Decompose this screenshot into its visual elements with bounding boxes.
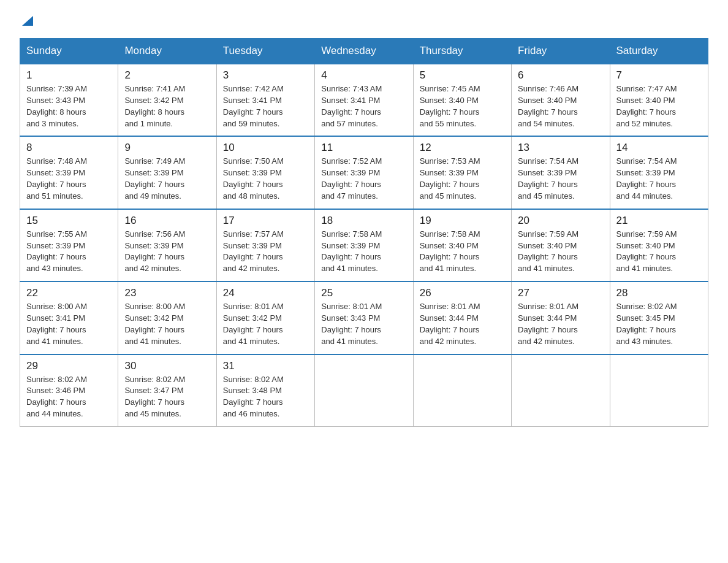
day-number: 29 bbox=[26, 360, 112, 372]
page-header bbox=[20, 15, 708, 27]
day-number: 12 bbox=[420, 142, 505, 154]
day-number: 1 bbox=[26, 69, 112, 82]
day-number: 6 bbox=[518, 69, 603, 82]
day-number: 27 bbox=[518, 287, 603, 299]
day-info: Sunrise: 8:01 AMSunset: 3:43 PMDaylight:… bbox=[321, 301, 406, 347]
day-number: 28 bbox=[616, 287, 702, 299]
calendar-day-cell: 27Sunrise: 8:01 AMSunset: 3:44 PMDayligh… bbox=[512, 282, 610, 354]
day-info: Sunrise: 7:46 AMSunset: 3:40 PMDaylight:… bbox=[518, 83, 603, 129]
day-info: Sunrise: 8:00 AMSunset: 3:41 PMDaylight:… bbox=[26, 301, 112, 347]
day-info: Sunrise: 8:02 AMSunset: 3:46 PMDaylight:… bbox=[26, 374, 112, 420]
calendar-day-cell bbox=[315, 354, 413, 427]
calendar-day-cell: 7Sunrise: 7:47 AMSunset: 3:40 PMDaylight… bbox=[610, 64, 708, 136]
day-number: 30 bbox=[124, 360, 210, 372]
week-row-5: 29Sunrise: 8:02 AMSunset: 3:46 PMDayligh… bbox=[20, 354, 708, 427]
calendar-day-cell: 21Sunrise: 7:59 AMSunset: 3:40 PMDayligh… bbox=[610, 209, 708, 282]
day-number: 7 bbox=[616, 69, 702, 82]
calendar-table: SundayMondayTuesdayWednesdayThursdayFrid… bbox=[20, 38, 708, 427]
day-number: 5 bbox=[420, 69, 505, 82]
svg-marker-0 bbox=[22, 16, 33, 26]
day-info: Sunrise: 7:47 AMSunset: 3:40 PMDaylight:… bbox=[616, 83, 702, 129]
calendar-day-cell: 1Sunrise: 7:39 AMSunset: 3:43 PMDaylight… bbox=[20, 64, 118, 136]
day-info: Sunrise: 8:02 AMSunset: 3:47 PMDaylight:… bbox=[124, 374, 210, 420]
weekday-header-thursday: Thursday bbox=[413, 39, 511, 64]
day-number: 24 bbox=[223, 287, 308, 299]
day-info: Sunrise: 7:59 AMSunset: 3:40 PMDaylight:… bbox=[518, 229, 603, 275]
day-number: 10 bbox=[223, 142, 308, 154]
calendar-day-cell: 8Sunrise: 7:48 AMSunset: 3:39 PMDaylight… bbox=[20, 136, 118, 209]
day-info: Sunrise: 7:45 AMSunset: 3:40 PMDaylight:… bbox=[420, 83, 505, 129]
day-info: Sunrise: 8:02 AMSunset: 3:45 PMDaylight:… bbox=[616, 301, 702, 347]
calendar-day-cell: 30Sunrise: 8:02 AMSunset: 3:47 PMDayligh… bbox=[118, 354, 216, 427]
day-info: Sunrise: 7:57 AMSunset: 3:39 PMDaylight:… bbox=[223, 229, 308, 275]
calendar-day-cell: 26Sunrise: 8:01 AMSunset: 3:44 PMDayligh… bbox=[413, 282, 511, 354]
day-number: 26 bbox=[420, 287, 505, 299]
day-number: 31 bbox=[223, 360, 308, 372]
day-info: Sunrise: 7:55 AMSunset: 3:39 PMDaylight:… bbox=[26, 229, 112, 275]
day-info: Sunrise: 7:54 AMSunset: 3:39 PMDaylight:… bbox=[616, 156, 702, 202]
day-info: Sunrise: 7:49 AMSunset: 3:39 PMDaylight:… bbox=[124, 156, 210, 202]
day-info: Sunrise: 7:41 AMSunset: 3:42 PMDaylight:… bbox=[124, 83, 210, 129]
day-info: Sunrise: 8:02 AMSunset: 3:48 PMDaylight:… bbox=[223, 374, 308, 420]
calendar-day-cell: 12Sunrise: 7:53 AMSunset: 3:39 PMDayligh… bbox=[413, 136, 511, 209]
day-number: 4 bbox=[321, 69, 406, 82]
day-info: Sunrise: 7:42 AMSunset: 3:41 PMDaylight:… bbox=[223, 83, 308, 129]
day-number: 25 bbox=[321, 287, 406, 299]
weekday-header-tuesday: Tuesday bbox=[216, 39, 314, 64]
day-number: 3 bbox=[223, 69, 308, 82]
week-row-2: 8Sunrise: 7:48 AMSunset: 3:39 PMDaylight… bbox=[20, 136, 708, 209]
day-number: 17 bbox=[223, 215, 308, 227]
day-info: Sunrise: 7:52 AMSunset: 3:39 PMDaylight:… bbox=[321, 156, 406, 202]
calendar-day-cell: 25Sunrise: 8:01 AMSunset: 3:43 PMDayligh… bbox=[315, 282, 413, 354]
day-info: Sunrise: 8:00 AMSunset: 3:42 PMDaylight:… bbox=[124, 301, 210, 347]
day-info: Sunrise: 7:59 AMSunset: 3:40 PMDaylight:… bbox=[616, 229, 702, 275]
calendar-day-cell: 4Sunrise: 7:43 AMSunset: 3:41 PMDaylight… bbox=[315, 64, 413, 136]
day-number: 11 bbox=[321, 142, 406, 154]
calendar-day-cell: 22Sunrise: 8:00 AMSunset: 3:41 PMDayligh… bbox=[20, 282, 118, 354]
calendar-day-cell: 16Sunrise: 7:56 AMSunset: 3:39 PMDayligh… bbox=[118, 209, 216, 282]
week-row-1: 1Sunrise: 7:39 AMSunset: 3:43 PMDaylight… bbox=[20, 64, 708, 136]
calendar-day-cell: 10Sunrise: 7:50 AMSunset: 3:39 PMDayligh… bbox=[216, 136, 314, 209]
logo-triangle-icon bbox=[21, 15, 34, 28]
day-number: 18 bbox=[321, 215, 406, 227]
day-info: Sunrise: 7:43 AMSunset: 3:41 PMDaylight:… bbox=[321, 83, 406, 129]
weekday-header-row: SundayMondayTuesdayWednesdayThursdayFrid… bbox=[20, 39, 708, 64]
day-info: Sunrise: 8:01 AMSunset: 3:44 PMDaylight:… bbox=[518, 301, 603, 347]
day-number: 15 bbox=[26, 215, 112, 227]
day-number: 22 bbox=[26, 287, 112, 299]
calendar-day-cell bbox=[610, 354, 708, 427]
day-number: 19 bbox=[420, 215, 505, 227]
day-info: Sunrise: 7:53 AMSunset: 3:39 PMDaylight:… bbox=[420, 156, 505, 202]
logo bbox=[20, 15, 34, 27]
calendar-day-cell: 17Sunrise: 7:57 AMSunset: 3:39 PMDayligh… bbox=[216, 209, 314, 282]
day-number: 21 bbox=[616, 215, 702, 227]
weekday-header-monday: Monday bbox=[118, 39, 216, 64]
week-row-4: 22Sunrise: 8:00 AMSunset: 3:41 PMDayligh… bbox=[20, 282, 708, 354]
day-number: 8 bbox=[26, 142, 112, 154]
day-info: Sunrise: 7:50 AMSunset: 3:39 PMDaylight:… bbox=[223, 156, 308, 202]
calendar-day-cell bbox=[413, 354, 511, 427]
day-info: Sunrise: 7:58 AMSunset: 3:40 PMDaylight:… bbox=[420, 229, 505, 275]
calendar-day-cell: 28Sunrise: 8:02 AMSunset: 3:45 PMDayligh… bbox=[610, 282, 708, 354]
day-info: Sunrise: 7:48 AMSunset: 3:39 PMDaylight:… bbox=[26, 156, 112, 202]
weekday-header-saturday: Saturday bbox=[610, 39, 708, 64]
calendar-day-cell: 29Sunrise: 8:02 AMSunset: 3:46 PMDayligh… bbox=[20, 354, 118, 427]
day-number: 16 bbox=[124, 215, 210, 227]
calendar-day-cell: 5Sunrise: 7:45 AMSunset: 3:40 PMDaylight… bbox=[413, 64, 511, 136]
calendar-day-cell: 14Sunrise: 7:54 AMSunset: 3:39 PMDayligh… bbox=[610, 136, 708, 209]
day-number: 14 bbox=[616, 142, 702, 154]
day-info: Sunrise: 7:58 AMSunset: 3:39 PMDaylight:… bbox=[321, 229, 406, 275]
calendar-day-cell: 6Sunrise: 7:46 AMSunset: 3:40 PMDaylight… bbox=[512, 64, 610, 136]
day-info: Sunrise: 8:01 AMSunset: 3:42 PMDaylight:… bbox=[223, 301, 308, 347]
calendar-day-cell bbox=[512, 354, 610, 427]
calendar-day-cell: 19Sunrise: 7:58 AMSunset: 3:40 PMDayligh… bbox=[413, 209, 511, 282]
day-number: 20 bbox=[518, 215, 603, 227]
day-number: 9 bbox=[124, 142, 210, 154]
calendar-day-cell: 2Sunrise: 7:41 AMSunset: 3:42 PMDaylight… bbox=[118, 64, 216, 136]
day-number: 2 bbox=[124, 69, 210, 82]
day-number: 23 bbox=[124, 287, 210, 299]
day-info: Sunrise: 7:54 AMSunset: 3:39 PMDaylight:… bbox=[518, 156, 603, 202]
calendar-day-cell: 11Sunrise: 7:52 AMSunset: 3:39 PMDayligh… bbox=[315, 136, 413, 209]
day-info: Sunrise: 8:01 AMSunset: 3:44 PMDaylight:… bbox=[420, 301, 505, 347]
calendar-day-cell: 3Sunrise: 7:42 AMSunset: 3:41 PMDaylight… bbox=[216, 64, 314, 136]
